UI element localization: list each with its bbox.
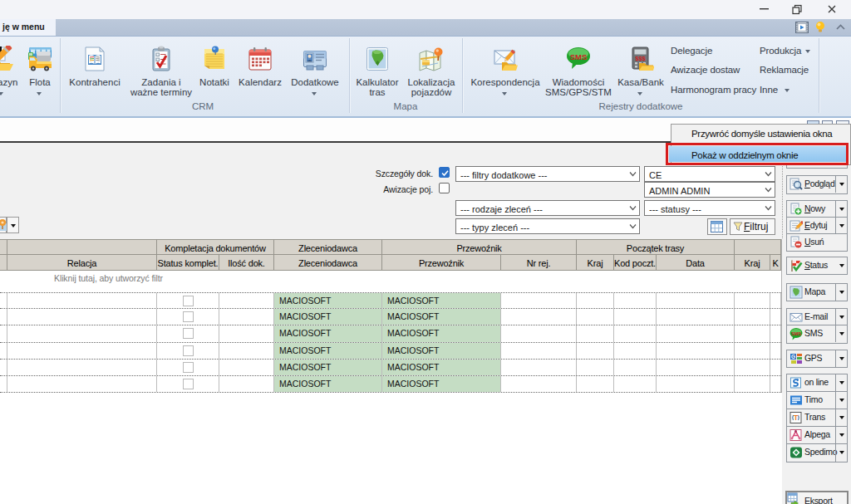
svg-text:$$$: $$$ bbox=[635, 55, 646, 62]
svg-text:G: G bbox=[791, 354, 795, 360]
svg-text:T: T bbox=[794, 413, 799, 422]
svg-text:SMS: SMS bbox=[570, 52, 588, 61]
svg-text:SMS: SMS bbox=[791, 331, 801, 336]
